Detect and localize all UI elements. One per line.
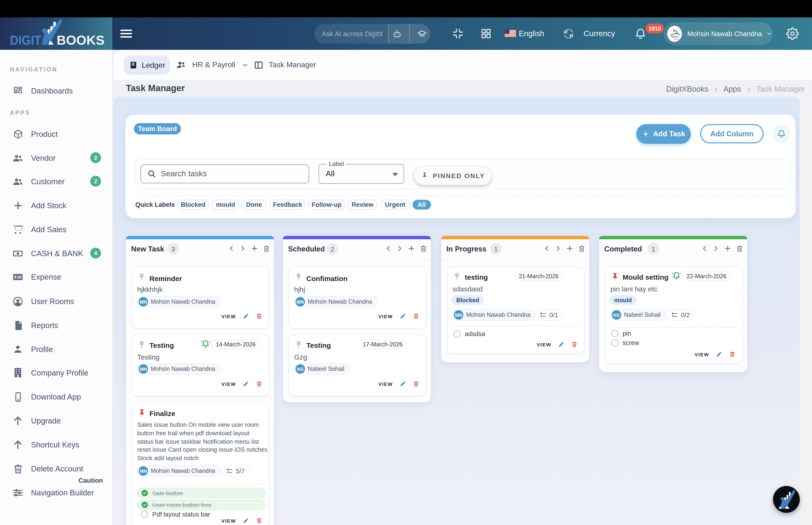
svg-text:Smart: Smart	[671, 34, 679, 38]
svg-text:$: $	[565, 30, 567, 34]
svg-text:DIGIT: DIGIT	[10, 33, 41, 47]
svg-text:Fashion: Fashion	[674, 38, 680, 40]
svg-text:$: $	[14, 275, 17, 279]
svg-text:BOOKS: BOOKS	[57, 33, 105, 47]
svg-text:€: €	[570, 34, 572, 38]
